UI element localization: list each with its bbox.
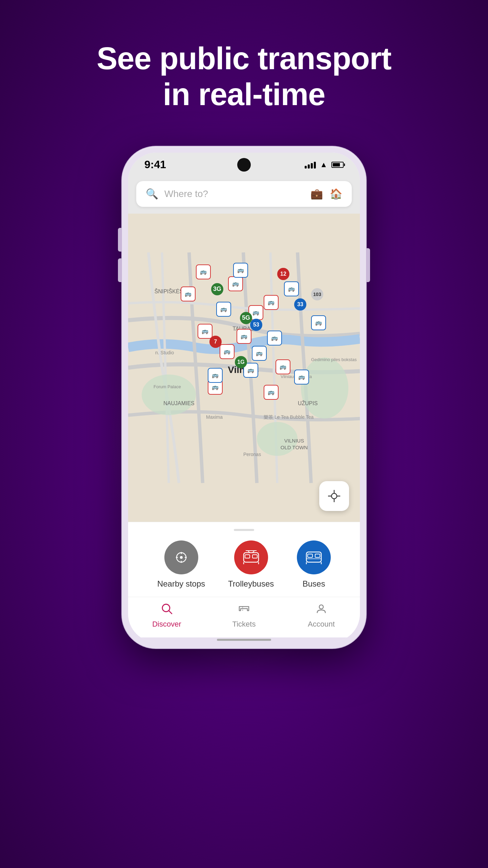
- phone-frame: 9:41 ▲ 🔍: [122, 146, 366, 648]
- nearby-stops-icon: [164, 540, 198, 574]
- volume-down-button: [118, 258, 122, 282]
- bus-stop-pin[interactable]: 🚌: [181, 287, 196, 301]
- tab-bar: Discover Tickets: [128, 597, 360, 637]
- svg-rect-30: [245, 555, 250, 558]
- route-badge-3g: 3G: [211, 283, 223, 295]
- phone-mockup: 9:41 ▲ 🔍: [122, 146, 366, 648]
- trolleybus-stop-pin[interactable]: 🚌: [284, 281, 299, 296]
- route-badge-1g: 1G: [235, 356, 247, 368]
- svg-point-1: [142, 374, 196, 415]
- account-icon: [315, 603, 327, 618]
- trolleybus-stop-pin[interactable]: 🚌: [294, 370, 309, 384]
- bus-stop-pin[interactable]: 🚌: [196, 264, 211, 279]
- bus-stop-pin[interactable]: 🚌: [237, 329, 251, 344]
- status-icons: ▲: [305, 160, 344, 169]
- svg-text:Peronas: Peronas: [243, 451, 261, 457]
- svg-text:Forum Palace: Forum Palace: [154, 384, 181, 389]
- bottom-sheet-handle: [234, 529, 254, 531]
- route-badge-103: 103: [311, 288, 323, 300]
- signal-icon: [305, 161, 316, 169]
- hero-title: See public transport in real-time: [97, 41, 391, 113]
- nearby-stops-label: Nearby stops: [157, 579, 205, 589]
- discover-label: Discover: [152, 620, 181, 629]
- bottom-sheet-icons: Nearby stops: [139, 540, 349, 589]
- tab-account[interactable]: Account: [283, 603, 360, 629]
- briefcase-icon[interactable]: 💼: [310, 188, 323, 200]
- svg-text:UŽUPIS: UŽUPIS: [298, 400, 318, 406]
- bus-stop-pin[interactable]: 🚌: [228, 276, 243, 291]
- trolleybus-stop-pin[interactable]: 🚌: [208, 368, 223, 383]
- route-badge-33: 33: [294, 298, 306, 311]
- crosshair-icon: [327, 489, 341, 503]
- trolleybus-stop-pin[interactable]: 🚌: [252, 346, 267, 361]
- svg-point-2: [301, 357, 348, 418]
- trolleybus-stop-pin[interactable]: 🚌: [216, 302, 231, 317]
- svg-point-18: [331, 493, 337, 499]
- svg-rect-31: [252, 555, 257, 558]
- svg-point-24: [180, 556, 183, 559]
- search-bar-container: 🔍 Where to? 💼 🏠: [128, 177, 360, 214]
- buses-label: Buses: [303, 579, 325, 589]
- volume-up-button: [118, 228, 122, 252]
- trolleybus-stop-pin[interactable]: 🚌: [233, 263, 248, 278]
- svg-rect-29: [244, 553, 259, 562]
- tickets-label: Tickets: [232, 620, 256, 629]
- svg-text:VILNIUS: VILNIUS: [284, 437, 304, 443]
- svg-line-44: [169, 611, 172, 614]
- search-icon: 🔍: [146, 188, 158, 200]
- location-button[interactable]: [319, 481, 349, 511]
- front-camera: [237, 158, 251, 172]
- svg-rect-38: [308, 554, 312, 557]
- svg-text:Gedimino piles bokstas: Gedimino piles bokstas: [311, 357, 357, 362]
- trolleybus-stop-pin[interactable]: 🚌: [311, 315, 326, 330]
- tab-tickets[interactable]: Tickets: [205, 603, 283, 629]
- svg-text:ŠNIPIŠKĖS: ŠNIPIŠKĖS: [155, 288, 183, 294]
- account-label: Account: [308, 620, 335, 629]
- svg-text:Maxima: Maxima: [206, 414, 223, 419]
- buses-item[interactable]: Buses: [297, 540, 331, 589]
- wifi-icon: ▲: [320, 160, 327, 169]
- bus-stop-pin[interactable]: 🚌: [198, 324, 212, 339]
- home-indicator-bar: [217, 639, 271, 641]
- bus-stop-pin[interactable]: 🚌: [264, 295, 279, 310]
- route-badge-7: 7: [209, 336, 222, 348]
- status-bar: 9:41 ▲: [128, 153, 360, 177]
- search-bar[interactable]: 🔍 Where to? 💼 🏠: [136, 181, 352, 207]
- svg-text:OLD TOWN: OLD TOWN: [281, 444, 308, 450]
- trolleybuses-icon: [234, 540, 268, 574]
- bottom-sheet: Nearby stops: [128, 522, 360, 597]
- status-time: 9:41: [144, 158, 166, 171]
- bus-stop-pin[interactable]: 🚌: [220, 344, 235, 359]
- phone-screen: 9:41 ▲ 🔍: [128, 153, 360, 642]
- buses-icon: [297, 540, 331, 574]
- map-area[interactable]: Vilnius ŠNIPIŠKĖS TAURAS NAUJAMIES UŽUPI…: [128, 214, 360, 522]
- route-badge-12: 12: [277, 268, 289, 280]
- trolleybus-stop-pin[interactable]: 🚌: [267, 331, 282, 346]
- home-indicator: [128, 637, 360, 642]
- trolleybuses-item[interactable]: Trolleybuses: [228, 540, 274, 589]
- discover-icon: [161, 603, 173, 618]
- svg-rect-39: [315, 554, 320, 557]
- home-icon[interactable]: 🏠: [330, 188, 342, 200]
- bus-stop-pin[interactable]: 🚌: [264, 385, 279, 400]
- search-input[interactable]: Where to?: [164, 189, 304, 199]
- trolleybuses-label: Trolleybuses: [228, 579, 274, 589]
- svg-text:n. Studio: n. Studio: [155, 350, 174, 355]
- svg-point-46: [319, 605, 323, 609]
- bus-stop-pin[interactable]: 🚌: [276, 359, 290, 374]
- search-actions: 💼 🏠: [310, 188, 342, 200]
- battery-icon: [331, 162, 344, 168]
- svg-text:樂茶 Le Tea Bubble Tea: 樂茶 Le Tea Bubble Tea: [264, 414, 314, 419]
- tickets-icon: [238, 603, 250, 618]
- power-button: [366, 248, 370, 282]
- route-badge-53: 53: [250, 319, 262, 331]
- tab-discover[interactable]: Discover: [128, 603, 205, 629]
- nearby-stops-item[interactable]: Nearby stops: [157, 540, 205, 589]
- svg-text:NAUJAMIES: NAUJAMIES: [163, 400, 195, 406]
